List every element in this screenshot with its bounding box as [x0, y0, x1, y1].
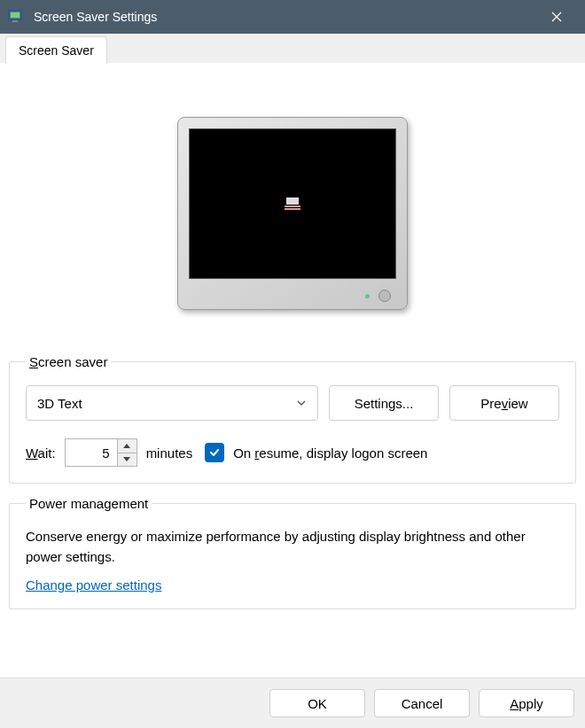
svg-rect-1: [11, 12, 20, 18]
monitor-screen: [189, 128, 396, 279]
ok-button[interactable]: OK: [269, 689, 365, 717]
caret-up-icon: [123, 444, 130, 448]
screensaver-select-value: 3D Text: [37, 396, 82, 411]
content-area: Screen saver 3D Text Settings... Preview…: [0, 64, 585, 678]
change-power-link[interactable]: Change power settings: [26, 577, 161, 592]
apply-button[interactable]: Apply: [479, 689, 574, 717]
svg-rect-2: [12, 20, 18, 22]
window-title: Screen Saver Settings: [34, 10, 535, 24]
settings-button-label: Settings...: [355, 396, 414, 411]
screensaver-legend: Screen saver: [26, 354, 111, 369]
monitor-power-icon: [378, 290, 391, 302]
app-icon: [7, 8, 25, 26]
wait-input[interactable]: [66, 439, 117, 466]
monitor-preview: [177, 117, 408, 310]
monitor-led-icon: [365, 294, 370, 298]
wait-up-button[interactable]: [118, 439, 136, 453]
caret-down-icon: [123, 457, 130, 461]
power-description: Conserve energy or maximize performance …: [26, 527, 559, 567]
monitor-preview-area: [9, 73, 576, 354]
resume-label: On resume, display logon screen: [233, 445, 427, 461]
cancel-button[interactable]: Cancel: [374, 689, 470, 717]
close-button[interactable]: [535, 0, 578, 34]
power-group: Power management Conserve energy or maxi…: [9, 496, 576, 609]
chevron-down-icon: [296, 398, 307, 408]
settings-button[interactable]: Settings...: [329, 385, 439, 421]
close-icon: [551, 12, 562, 22]
preview-button[interactable]: Preview: [449, 385, 559, 421]
resume-checkbox[interactable]: [205, 443, 224, 462]
power-legend: Power management: [26, 496, 152, 511]
minutes-label: minutes: [146, 445, 193, 461]
check-icon: [208, 446, 221, 459]
footer: OK Cancel Apply: [0, 678, 585, 728]
preview-button-label: Preview: [480, 396, 527, 411]
screensaver-select[interactable]: 3D Text: [26, 385, 318, 421]
titlebar: Screen Saver Settings: [0, 0, 585, 34]
screen-saver-window: Screen Saver Settings Screen Saver: [0, 0, 585, 728]
screensaver-group: Screen saver 3D Text Settings... Preview…: [9, 354, 576, 484]
wait-label: Wait:: [26, 445, 56, 461]
tab-screen-saver[interactable]: Screen Saver: [5, 36, 107, 64]
tab-bar: Screen Saver: [0, 34, 585, 64]
screensaver-preview-icon: [284, 197, 301, 210]
wait-down-button[interactable]: [118, 453, 136, 467]
wait-spinner[interactable]: [65, 438, 137, 467]
